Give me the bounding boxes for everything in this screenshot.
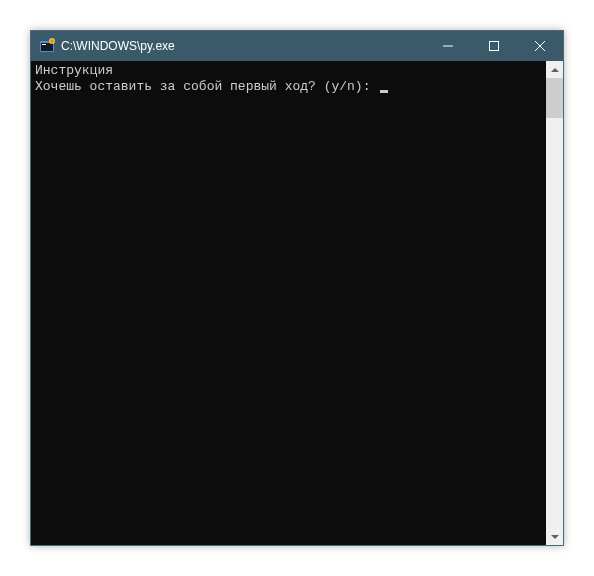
scroll-down-button[interactable] bbox=[546, 528, 563, 545]
vertical-scrollbar[interactable] bbox=[546, 61, 563, 545]
terminal-output[interactable]: ИнструкцияХочешь оставить за собой первы… bbox=[31, 61, 546, 545]
console-window: C:\WINDOWS\py.exe ИнструкцияХочешь остав… bbox=[30, 30, 564, 546]
cursor-icon bbox=[380, 90, 388, 93]
scrollbar-thumb[interactable] bbox=[546, 78, 563, 118]
window-controls bbox=[425, 31, 563, 61]
scroll-up-button[interactable] bbox=[546, 61, 563, 78]
maximize-button[interactable] bbox=[471, 31, 517, 61]
close-button[interactable] bbox=[517, 31, 563, 61]
titlebar[interactable]: C:\WINDOWS\py.exe bbox=[31, 31, 563, 61]
chevron-up-icon bbox=[551, 68, 559, 72]
content-area: ИнструкцияХочешь оставить за собой первы… bbox=[31, 61, 563, 545]
svg-rect-5 bbox=[490, 42, 499, 51]
minimize-button[interactable] bbox=[425, 31, 471, 61]
window-title: C:\WINDOWS\py.exe bbox=[61, 39, 425, 53]
svg-rect-2 bbox=[42, 44, 46, 45]
app-icon bbox=[39, 38, 55, 54]
terminal-line: Инструкция bbox=[35, 63, 542, 79]
chevron-down-icon bbox=[551, 535, 559, 539]
terminal-line: Хочешь оставить за собой первый ход? (y/… bbox=[35, 79, 378, 94]
